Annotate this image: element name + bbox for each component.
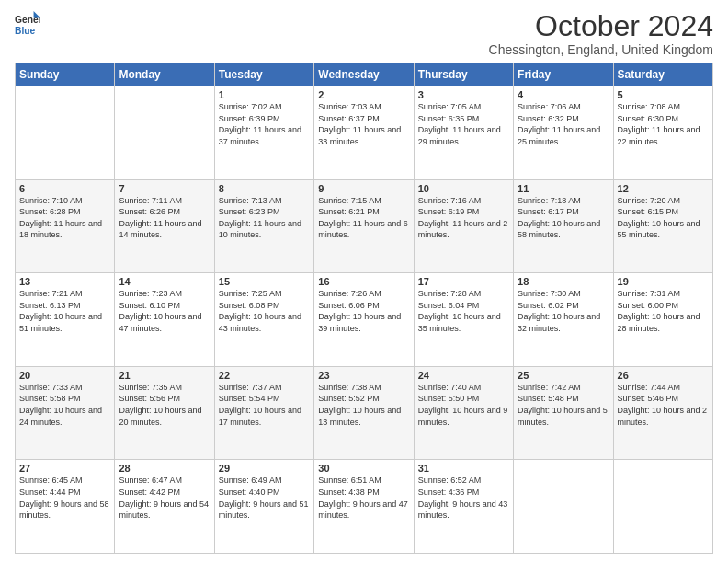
day-cell: 28Sunrise: 6:47 AM Sunset: 4:42 PM Dayli… bbox=[115, 460, 214, 554]
day-cell: 27Sunrise: 6:45 AM Sunset: 4:44 PM Dayli… bbox=[16, 460, 115, 554]
logo-icon: General Blue bbox=[15, 11, 40, 37]
day-cell: 30Sunrise: 6:51 AM Sunset: 4:38 PM Dayli… bbox=[314, 460, 414, 554]
day-cell: 15Sunrise: 7:25 AM Sunset: 6:08 PM Dayli… bbox=[214, 273, 313, 367]
day-cell: 10Sunrise: 7:16 AM Sunset: 6:19 PM Dayli… bbox=[414, 179, 513, 273]
day-cell: 29Sunrise: 6:49 AM Sunset: 4:40 PM Dayli… bbox=[214, 460, 313, 554]
day-header-wednesday: Wednesday bbox=[314, 63, 414, 86]
day-header-sunday: Sunday bbox=[16, 63, 115, 86]
day-header-saturday: Saturday bbox=[613, 63, 712, 86]
day-info: Sunrise: 7:20 AM Sunset: 6:15 PM Dayligh… bbox=[618, 195, 709, 241]
day-info: Sunrise: 7:06 AM Sunset: 6:32 PM Dayligh… bbox=[518, 101, 609, 147]
day-cell: 3Sunrise: 7:05 AM Sunset: 6:35 PM Daylig… bbox=[414, 86, 513, 180]
day-number: 16 bbox=[318, 276, 409, 287]
day-header-monday: Monday bbox=[115, 63, 214, 86]
day-info: Sunrise: 6:52 AM Sunset: 4:36 PM Dayligh… bbox=[418, 475, 509, 521]
week-row-2: 13Sunrise: 7:21 AM Sunset: 6:13 PM Dayli… bbox=[16, 273, 713, 367]
day-number: 4 bbox=[518, 89, 609, 100]
day-cell: 7Sunrise: 7:11 AM Sunset: 6:26 PM Daylig… bbox=[115, 179, 214, 273]
day-cell: 22Sunrise: 7:37 AM Sunset: 5:54 PM Dayli… bbox=[214, 366, 313, 460]
day-number: 18 bbox=[518, 276, 609, 287]
day-number: 8 bbox=[219, 183, 310, 194]
header: General Blue October 2024 Chessington, E… bbox=[15, 11, 713, 57]
day-number: 7 bbox=[119, 183, 210, 194]
day-info: Sunrise: 7:28 AM Sunset: 6:04 PM Dayligh… bbox=[418, 288, 509, 334]
day-number: 9 bbox=[318, 183, 409, 194]
day-number: 25 bbox=[518, 370, 609, 381]
day-info: Sunrise: 7:23 AM Sunset: 6:10 PM Dayligh… bbox=[119, 288, 210, 334]
day-number: 3 bbox=[418, 89, 509, 100]
day-info: Sunrise: 7:13 AM Sunset: 6:23 PM Dayligh… bbox=[219, 195, 310, 241]
day-header-thursday: Thursday bbox=[414, 63, 513, 86]
day-cell: 1Sunrise: 7:02 AM Sunset: 6:39 PM Daylig… bbox=[214, 86, 313, 180]
day-info: Sunrise: 6:47 AM Sunset: 4:42 PM Dayligh… bbox=[119, 475, 210, 521]
day-cell: 11Sunrise: 7:18 AM Sunset: 6:17 PM Dayli… bbox=[514, 179, 613, 273]
day-cell: 13Sunrise: 7:21 AM Sunset: 6:13 PM Dayli… bbox=[16, 273, 115, 367]
day-number: 21 bbox=[119, 370, 210, 381]
day-number: 23 bbox=[318, 370, 409, 381]
day-cell: 19Sunrise: 7:31 AM Sunset: 6:00 PM Dayli… bbox=[613, 273, 712, 367]
day-number: 6 bbox=[19, 183, 110, 194]
day-cell: 5Sunrise: 7:08 AM Sunset: 6:30 PM Daylig… bbox=[613, 86, 712, 180]
day-cell: 21Sunrise: 7:35 AM Sunset: 5:56 PM Dayli… bbox=[115, 366, 214, 460]
day-cell bbox=[16, 86, 115, 180]
week-row-0: 1Sunrise: 7:02 AM Sunset: 6:39 PM Daylig… bbox=[16, 86, 713, 180]
day-cell bbox=[613, 460, 712, 554]
day-cell: 25Sunrise: 7:42 AM Sunset: 5:48 PM Dayli… bbox=[514, 366, 613, 460]
day-cell: 8Sunrise: 7:13 AM Sunset: 6:23 PM Daylig… bbox=[214, 179, 313, 273]
day-number: 20 bbox=[19, 370, 110, 381]
day-number: 14 bbox=[119, 276, 210, 287]
day-cell: 6Sunrise: 7:10 AM Sunset: 6:28 PM Daylig… bbox=[16, 179, 115, 273]
day-number: 11 bbox=[518, 183, 609, 194]
day-cell: 16Sunrise: 7:26 AM Sunset: 6:06 PM Dayli… bbox=[314, 273, 414, 367]
day-info: Sunrise: 7:05 AM Sunset: 6:35 PM Dayligh… bbox=[418, 101, 509, 147]
day-number: 28 bbox=[119, 463, 210, 474]
day-info: Sunrise: 6:45 AM Sunset: 4:44 PM Dayligh… bbox=[19, 475, 110, 521]
day-cell: 9Sunrise: 7:15 AM Sunset: 6:21 PM Daylig… bbox=[314, 179, 414, 273]
day-number: 1 bbox=[219, 89, 310, 100]
day-info: Sunrise: 7:30 AM Sunset: 6:02 PM Dayligh… bbox=[518, 288, 609, 334]
day-info: Sunrise: 6:51 AM Sunset: 4:38 PM Dayligh… bbox=[318, 475, 409, 521]
day-number: 27 bbox=[19, 463, 110, 474]
day-number: 5 bbox=[618, 89, 709, 100]
day-number: 30 bbox=[318, 463, 409, 474]
day-info: Sunrise: 7:03 AM Sunset: 6:37 PM Dayligh… bbox=[318, 101, 409, 147]
logo: General Blue bbox=[15, 11, 40, 37]
day-info: Sunrise: 7:16 AM Sunset: 6:19 PM Dayligh… bbox=[418, 195, 509, 241]
day-info: Sunrise: 7:18 AM Sunset: 6:17 PM Dayligh… bbox=[518, 195, 609, 241]
day-header-friday: Friday bbox=[514, 63, 613, 86]
day-info: Sunrise: 7:26 AM Sunset: 6:06 PM Dayligh… bbox=[318, 288, 409, 334]
day-number: 22 bbox=[219, 370, 310, 381]
calendar-table: SundayMondayTuesdayWednesdayThursdayFrid… bbox=[15, 63, 713, 554]
day-info: Sunrise: 7:35 AM Sunset: 5:56 PM Dayligh… bbox=[119, 382, 210, 428]
day-info: Sunrise: 7:11 AM Sunset: 6:26 PM Dayligh… bbox=[119, 195, 210, 241]
day-number: 26 bbox=[618, 370, 709, 381]
day-number: 10 bbox=[418, 183, 509, 194]
day-cell bbox=[514, 460, 613, 554]
day-header-tuesday: Tuesday bbox=[214, 63, 313, 86]
day-number: 12 bbox=[618, 183, 709, 194]
day-number: 19 bbox=[618, 276, 709, 287]
day-info: Sunrise: 6:49 AM Sunset: 4:40 PM Dayligh… bbox=[219, 475, 310, 521]
day-cell: 24Sunrise: 7:40 AM Sunset: 5:50 PM Dayli… bbox=[414, 366, 513, 460]
day-info: Sunrise: 7:42 AM Sunset: 5:48 PM Dayligh… bbox=[518, 382, 609, 428]
day-cell: 31Sunrise: 6:52 AM Sunset: 4:36 PM Dayli… bbox=[414, 460, 513, 554]
day-cell: 4Sunrise: 7:06 AM Sunset: 6:32 PM Daylig… bbox=[514, 86, 613, 180]
day-cell: 14Sunrise: 7:23 AM Sunset: 6:10 PM Dayli… bbox=[115, 273, 214, 367]
header-row: SundayMondayTuesdayWednesdayThursdayFrid… bbox=[16, 63, 713, 86]
week-row-3: 20Sunrise: 7:33 AM Sunset: 5:58 PM Dayli… bbox=[16, 366, 713, 460]
day-info: Sunrise: 7:02 AM Sunset: 6:39 PM Dayligh… bbox=[219, 101, 310, 147]
day-info: Sunrise: 7:08 AM Sunset: 6:30 PM Dayligh… bbox=[618, 101, 709, 147]
day-cell: 12Sunrise: 7:20 AM Sunset: 6:15 PM Dayli… bbox=[613, 179, 712, 273]
day-cell bbox=[115, 86, 214, 180]
month-title: October 2024 bbox=[489, 11, 713, 40]
day-info: Sunrise: 7:31 AM Sunset: 6:00 PM Dayligh… bbox=[618, 288, 709, 334]
day-info: Sunrise: 7:10 AM Sunset: 6:28 PM Dayligh… bbox=[19, 195, 110, 241]
title-block: October 2024 Chessington, England, Unite… bbox=[489, 11, 713, 57]
day-info: Sunrise: 7:33 AM Sunset: 5:58 PM Dayligh… bbox=[19, 382, 110, 428]
day-number: 29 bbox=[219, 463, 310, 474]
day-cell: 20Sunrise: 7:33 AM Sunset: 5:58 PM Dayli… bbox=[16, 366, 115, 460]
day-info: Sunrise: 7:15 AM Sunset: 6:21 PM Dayligh… bbox=[318, 195, 409, 241]
location: Chessington, England, United Kingdom bbox=[489, 42, 713, 57]
day-number: 2 bbox=[318, 89, 409, 100]
day-cell: 26Sunrise: 7:44 AM Sunset: 5:46 PM Dayli… bbox=[613, 366, 712, 460]
